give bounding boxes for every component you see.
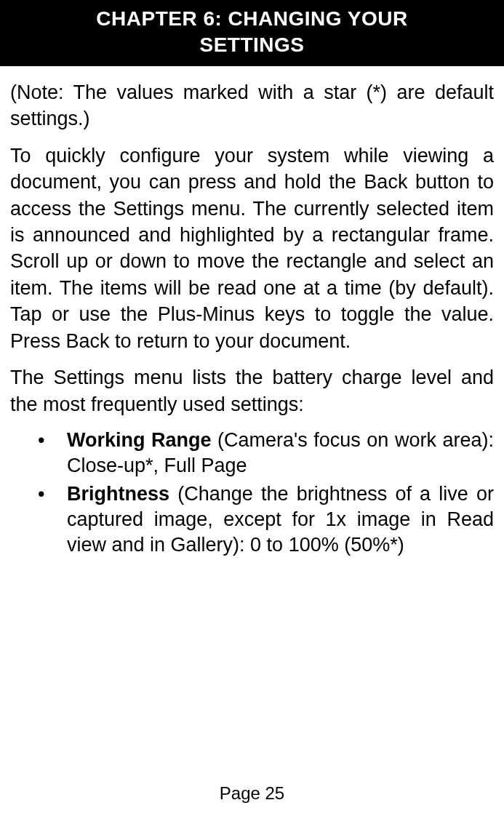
chapter-title-line2: SETTINGS [15, 32, 489, 58]
list-intro-paragraph: The Settings menu lists the battery char… [10, 364, 494, 417]
note-paragraph: (Note: The values marked with a star (*)… [10, 79, 494, 132]
page-content: (Note: The values marked with a star (*)… [0, 66, 504, 559]
settings-list: Working Range (Camera's focus on work ar… [10, 428, 494, 558]
page-number: Page 25 [0, 783, 504, 804]
chapter-header: CHAPTER 6: CHANGING YOUR SETTINGS [0, 0, 504, 66]
chapter-title-line1: CHAPTER 6: CHANGING YOUR [15, 6, 489, 32]
setting-name: Brightness [67, 483, 169, 505]
setting-name: Working Range [67, 429, 212, 451]
list-item: Brightness (Change the brightness of a l… [10, 481, 494, 558]
intro-paragraph: To quickly configure your system while v… [10, 143, 494, 355]
list-item: Working Range (Camera's focus on work ar… [10, 428, 494, 479]
